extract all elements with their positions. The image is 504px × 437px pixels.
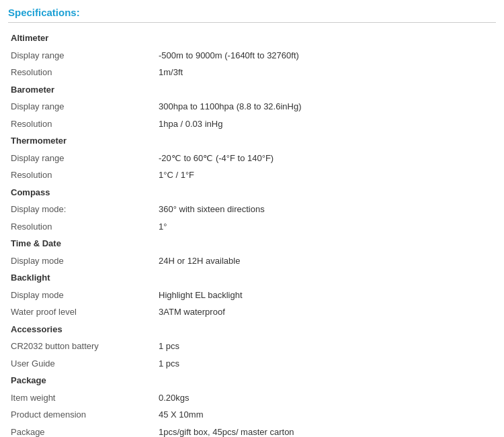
spec-row: Resolution1m/3ft <box>8 64 496 81</box>
section-header: Time & Date <box>8 235 496 252</box>
spec-label: Item weight <box>8 389 156 407</box>
spec-label: Package <box>8 424 156 438</box>
spec-value: 1 pcs <box>156 355 496 373</box>
spec-row: Display mode:360° with sixteen direction… <box>8 201 496 218</box>
spec-label: Resolution <box>8 64 156 81</box>
section-header: Package <box>8 372 496 389</box>
spec-row: CR2032 button battery1 pcs <box>8 338 496 355</box>
section-header: Altimeter <box>8 30 496 47</box>
spec-label: Product demension <box>8 406 156 424</box>
section-header: Barometer <box>8 81 496 99</box>
section-title: Compass <box>8 184 496 201</box>
spec-label: Display mode <box>8 287 156 304</box>
spec-row: Resolution1° <box>8 218 496 236</box>
spec-row: Display range300hpa to 1100hpa (8.8 to 3… <box>8 98 496 115</box>
spec-label: Display range <box>8 47 156 64</box>
section-title: Backlight <box>8 269 496 287</box>
spec-value: 1°C / 1°F <box>156 166 496 184</box>
spec-label: Resolution <box>8 218 156 236</box>
spec-value: Highlight EL backlight <box>156 287 496 304</box>
spec-row: Product demension45 X 10mm <box>8 406 496 424</box>
spec-row: Resolution1hpa / 0.03 inHg <box>8 115 496 133</box>
section-title: Barometer <box>8 81 496 99</box>
section-title: Time & Date <box>8 235 496 252</box>
spec-label: Display mode <box>8 252 156 270</box>
spec-label: User Guide <box>8 355 156 373</box>
section-title: Package <box>8 372 496 389</box>
spec-row: Display modeHighlight EL backlight <box>8 287 496 304</box>
spec-row: User Guide1 pcs <box>8 355 496 373</box>
spec-label: Display range <box>8 98 156 115</box>
spec-value: 0.20kgs <box>156 389 496 407</box>
spec-value: 3ATM waterproof <box>156 303 496 321</box>
spec-label: Display range <box>8 150 156 167</box>
spec-value: 360° with sixteen directions <box>156 201 496 218</box>
spec-row: Item weight0.20kgs <box>8 389 496 407</box>
spec-row: Display mode24H or 12H available <box>8 252 496 270</box>
spec-value: 1 pcs <box>156 338 496 355</box>
section-title: Accessories <box>8 321 496 338</box>
section-header: Backlight <box>8 269 496 287</box>
spec-value: 300hpa to 1100hpa (8.8 to 32.6inHg) <box>156 98 496 115</box>
spec-row: Display range-20℃ to 60℃ (-4°F to 140°F) <box>8 150 496 167</box>
spec-label: Display mode: <box>8 201 156 218</box>
title-divider <box>8 22 496 23</box>
spec-row: Display range-500m to 9000m (-1640ft to … <box>8 47 496 64</box>
spec-row: Water proof level3ATM waterproof <box>8 303 496 321</box>
spec-label: CR2032 button battery <box>8 338 156 355</box>
spec-value: 1hpa / 0.03 inHg <box>156 115 496 133</box>
section-header: Compass <box>8 184 496 201</box>
spec-label: Water proof level <box>8 303 156 321</box>
spec-value: 1° <box>156 218 496 236</box>
section-title: Thermometer <box>8 132 496 150</box>
spec-table: AltimeterDisplay range-500m to 9000m (-1… <box>8 30 496 437</box>
spec-value: 1m/3ft <box>156 64 496 81</box>
section-header: Thermometer <box>8 132 496 150</box>
spec-label: Resolution <box>8 166 156 184</box>
page-title: Specifications: <box>8 7 496 18</box>
spec-value: -500m to 9000m (-1640ft to 32760ft) <box>156 47 496 64</box>
spec-label: Resolution <box>8 115 156 133</box>
spec-value: 1pcs/gift box, 45pcs/ master carton <box>156 424 496 438</box>
spec-row: Package1pcs/gift box, 45pcs/ master cart… <box>8 424 496 438</box>
spec-value: -20℃ to 60℃ (-4°F to 140°F) <box>156 150 496 167</box>
section-title: Altimeter <box>8 30 496 47</box>
spec-value: 45 X 10mm <box>156 406 496 424</box>
page-container: Specifications: AltimeterDisplay range-5… <box>0 0 504 437</box>
spec-row: Resolution1°C / 1°F <box>8 166 496 184</box>
spec-value: 24H or 12H available <box>156 252 496 270</box>
section-header: Accessories <box>8 321 496 338</box>
